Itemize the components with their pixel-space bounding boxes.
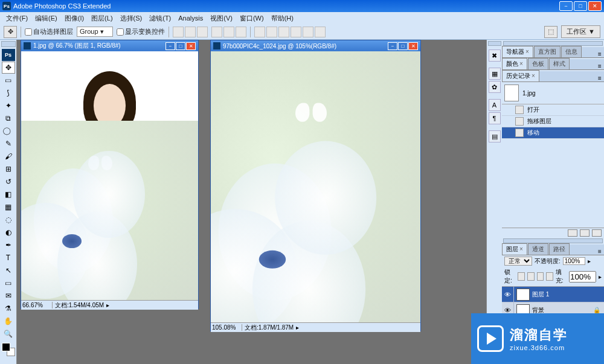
doc1-titlebar[interactable]: 1.jpg @ 66.7% (图层 1, RGB/8#) − □ ✕ (21, 40, 198, 51)
strip-btn-2[interactable]: ▦ (489, 68, 501, 80)
panel-grip[interactable] (503, 238, 603, 243)
doc1-close-button[interactable]: ✕ (186, 42, 196, 50)
close-button[interactable]: ✕ (588, 1, 602, 11)
dodge-tool[interactable]: ◐ (2, 226, 15, 238)
eraser-tool[interactable]: ◧ (2, 188, 15, 200)
lasso-tool[interactable]: ⟆ (2, 87, 15, 99)
align-left-icon[interactable] (211, 27, 222, 37)
gradient-tool[interactable]: ▦ (2, 201, 15, 213)
doc2-canvas[interactable] (211, 51, 420, 322)
path-tool[interactable]: ↖ (2, 264, 15, 276)
menu-filter[interactable]: 滤镜(T) (147, 13, 173, 24)
blur-tool[interactable]: ◌ (2, 214, 15, 226)
tab-histogram[interactable]: 直方图 (534, 46, 561, 57)
menu-file[interactable]: 文件(F) (4, 13, 30, 24)
dist-6-icon[interactable] (315, 27, 326, 37)
align-hcenter-icon[interactable] (223, 27, 234, 37)
doc1-info-arrow[interactable]: ▸ (106, 302, 109, 308)
doc2-zoom[interactable]: 105.08% (212, 324, 242, 331)
slice-tool[interactable]: ⃝ (2, 125, 15, 137)
new-doc-button[interactable] (580, 229, 590, 237)
doc2-titlebar[interactable]: 97b000PIC4c_1024.jpg @ 105%(RGB/8#) − □ … (211, 40, 420, 51)
menu-image[interactable]: 图像(I) (62, 13, 86, 24)
strip-btn-4[interactable]: A (489, 99, 501, 111)
zoom-tool[interactable]: 🔍 (2, 328, 15, 340)
history-item[interactable]: 打开 (502, 104, 604, 116)
opacity-input[interactable] (563, 257, 585, 265)
delete-button[interactable] (592, 229, 602, 237)
lock-all-icon[interactable] (546, 272, 553, 281)
tab-navigator[interactable]: 导航器× (502, 46, 533, 57)
doc2-close-button[interactable]: ✕ (408, 42, 418, 50)
panel-menu-icon[interactable]: ≡ (596, 63, 604, 69)
menu-layer[interactable]: 图层(L) (89, 13, 115, 24)
brush-tool[interactable]: 🖌 (2, 150, 15, 162)
visibility-toggle[interactable]: 👁 (502, 287, 514, 302)
strip-btn-3[interactable]: ✿ (489, 81, 501, 93)
panel-menu-icon[interactable]: ≡ (596, 248, 604, 255)
move-tool-icon[interactable]: ✥ (4, 26, 17, 38)
doc2-info-arrow[interactable]: ▸ (296, 324, 299, 331)
fill-arrow-icon[interactable]: ▸ (599, 273, 602, 280)
align-vcenter-icon[interactable] (185, 27, 196, 37)
workspace-icon[interactable]: ⬚ (544, 26, 557, 38)
dist-5-icon[interactable] (303, 27, 313, 37)
layer-name[interactable]: 图层 1 (532, 290, 549, 299)
pen-tool[interactable]: ✒ (2, 239, 15, 251)
history-snapshot-thumb[interactable] (504, 85, 519, 101)
strip-btn-1[interactable]: ✖ (489, 49, 501, 62)
dist-3-icon[interactable] (278, 27, 289, 37)
type-tool[interactable]: T (2, 252, 15, 264)
blend-mode-select[interactable]: 正常 (504, 257, 532, 266)
fill-input[interactable] (569, 271, 596, 283)
stamp-tool[interactable]: ⊞ (2, 163, 15, 175)
history-brush-tool[interactable]: ↺ (2, 176, 15, 188)
doc1-zoom[interactable]: 66.67% (22, 302, 53, 308)
maximize-button[interactable]: □ (574, 1, 587, 11)
strip-grip[interactable] (488, 41, 501, 46)
panel-menu-icon[interactable]: ≡ (596, 75, 604, 81)
tab-paths[interactable]: 路径 (549, 243, 570, 255)
tab-layers[interactable]: 图层× (502, 243, 527, 255)
color-swatches[interactable] (2, 343, 15, 356)
hand-tool[interactable]: ✋ (2, 315, 15, 327)
tab-swatches[interactable]: 色板 (528, 58, 548, 69)
eyedrop-tool[interactable]: ⚗ (2, 302, 15, 315)
doc1-canvas[interactable] (21, 51, 198, 300)
doc1-maximize-button[interactable]: □ (176, 42, 185, 50)
toolbox-grip[interactable] (1, 41, 16, 47)
group-select[interactable]: Group ▾ (77, 27, 113, 37)
move-tool[interactable]: ✥ (2, 62, 15, 74)
marquee-tool[interactable]: ▭ (2, 74, 15, 86)
panel-menu-icon[interactable]: ≡ (596, 51, 604, 57)
menu-view[interactable]: 视图(V) (208, 13, 235, 24)
align-bottom-icon[interactable] (197, 27, 208, 37)
strip-btn-5[interactable]: ¶ (489, 112, 501, 124)
notes-tool[interactable]: ✉ (2, 290, 15, 302)
lock-paint-icon[interactable] (527, 272, 535, 281)
auto-select-check[interactable]: 自动选择图层 (25, 27, 73, 36)
tab-color[interactable]: 颜色× (502, 58, 527, 69)
align-top-icon[interactable] (173, 27, 184, 37)
history-item[interactable]: 移动 (502, 127, 604, 139)
menu-analysis[interactable]: Analysis (176, 13, 205, 23)
new-snapshot-button[interactable] (568, 229, 577, 237)
minimize-button[interactable]: − (559, 1, 573, 11)
opacity-arrow-icon[interactable]: ▸ (588, 258, 591, 264)
doc2-maximize-button[interactable]: □ (398, 42, 408, 50)
wand-tool[interactable]: ✦ (2, 100, 15, 112)
menu-window[interactable]: 窗口(W) (237, 13, 266, 24)
heal-tool[interactable]: ✎ (2, 138, 15, 150)
crop-tool[interactable]: ⧉ (2, 112, 15, 124)
show-transform-check[interactable]: 显示变换控件 (117, 27, 165, 36)
lock-move-icon[interactable] (537, 272, 544, 281)
strip-btn-6[interactable]: ▤ (489, 130, 501, 142)
panel-grip[interactable] (503, 41, 603, 46)
align-right-icon[interactable] (236, 27, 246, 37)
dist-4-icon[interactable] (291, 27, 301, 37)
tab-info[interactable]: 信息 (561, 46, 582, 57)
history-item[interactable]: 拖移图层 (502, 116, 604, 127)
lock-transparent-icon[interactable] (518, 272, 525, 281)
tab-channels[interactable]: 通道 (528, 243, 548, 255)
layer-row[interactable]: 👁 图层 1 (502, 287, 604, 302)
